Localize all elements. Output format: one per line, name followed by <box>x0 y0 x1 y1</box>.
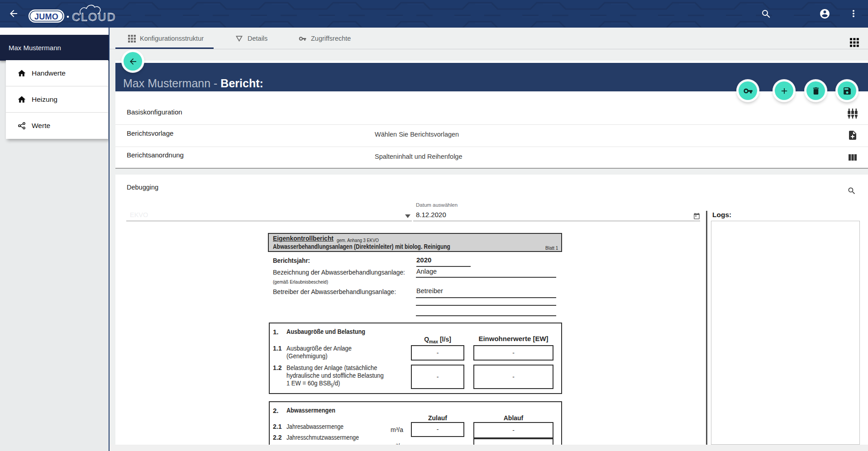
svg-text:JUMO: JUMO <box>34 12 58 21</box>
svg-text:CLOUD: CLOUD <box>72 11 116 23</box>
